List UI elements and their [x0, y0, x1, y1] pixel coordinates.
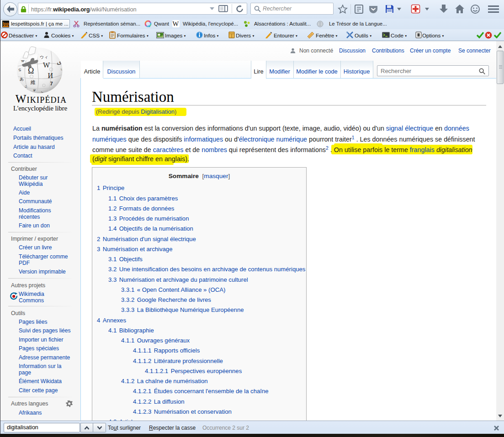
- svg-text:ਪ: ਪ: [60, 68, 63, 71]
- svg-text:7: 7: [50, 81, 53, 86]
- svg-text:ぁ: ぁ: [19, 76, 24, 81]
- svg-text:維: 維: [30, 79, 36, 85]
- svg-text:ഴ: ഴ: [33, 88, 36, 92]
- svg-text:lpp: lpp: [3, 21, 9, 26]
- svg-text:ර: ර: [25, 84, 27, 89]
- svg-text:W: W: [43, 61, 50, 69]
- svg-text:ട: ട: [18, 67, 21, 72]
- svg-text:W: W: [173, 20, 179, 27]
- svg-text:ᚃ: ᚃ: [21, 58, 25, 63]
- svg-text:И: И: [48, 72, 53, 79]
- svg-text:Ω: Ω: [28, 66, 34, 75]
- svg-text:ほ: ほ: [60, 77, 64, 81]
- svg-text:ウィ: ウィ: [40, 55, 48, 59]
